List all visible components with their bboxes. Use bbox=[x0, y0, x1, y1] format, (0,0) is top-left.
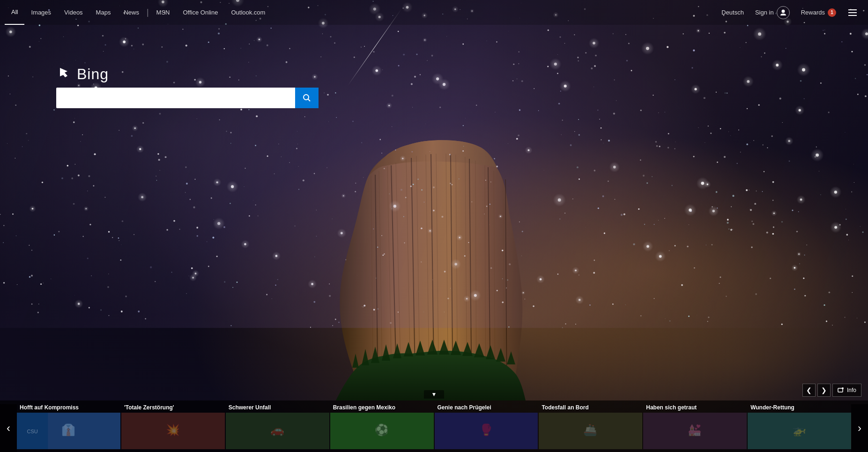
nav-images[interactable]: Images bbox=[24, 0, 58, 25]
rewards-badge: 1 bbox=[828, 8, 836, 17]
news-item[interactable]: Brasilien gegen Mexiko⚽ bbox=[330, 404, 434, 452]
bing-logo-icon bbox=[56, 66, 73, 83]
news-item[interactable]: 'Totale Zerstörung'💥 bbox=[121, 404, 225, 452]
news-item-title: Schwerer Unfall bbox=[226, 404, 329, 413]
news-item-image: 💒 bbox=[643, 413, 747, 449]
bing-logo: Bing bbox=[56, 66, 109, 83]
svg-text:⚽: ⚽ bbox=[375, 423, 389, 437]
nav-office[interactable]: Office Online bbox=[177, 0, 225, 25]
news-item-title: 'Totale Zerstörung' bbox=[121, 404, 225, 413]
news-strip: ‹ Hofft auf Kompromiss👔CSU'Totale Zerstö… bbox=[0, 400, 868, 452]
svg-point-45 bbox=[842, 387, 844, 389]
news-item-image: 🚁 bbox=[748, 413, 851, 449]
svg-line-43 bbox=[308, 99, 311, 102]
nav-links: All Images Videos Maps News | MSN Office… bbox=[5, 0, 272, 25]
news-item-image: 🥊 bbox=[435, 413, 538, 449]
news-item-image: ⚽ bbox=[330, 413, 434, 449]
nav-msn[interactable]: MSN bbox=[150, 0, 177, 25]
search-button[interactable] bbox=[295, 88, 319, 108]
svg-text:💥: 💥 bbox=[166, 423, 180, 437]
nav-videos[interactable]: Videos bbox=[58, 0, 89, 25]
svg-text:🚢: 🚢 bbox=[584, 423, 598, 437]
nav-all[interactable]: All bbox=[5, 0, 24, 25]
bottom-panel: ▼ ❮ ❯ Info ‹ Hofft auf Komprom bbox=[0, 388, 868, 452]
nav-news[interactable]: News bbox=[117, 0, 146, 25]
info-controls: ❮ ❯ Info bbox=[802, 384, 861, 397]
news-item-title: Genie nach Prügelei bbox=[435, 404, 538, 413]
svg-point-38 bbox=[781, 9, 785, 13]
sign-in-icon bbox=[777, 6, 790, 19]
hamburger-button[interactable] bbox=[843, 0, 862, 25]
svg-text:💒: 💒 bbox=[688, 423, 702, 437]
news-item[interactable]: Todesfall an Bord🚢 bbox=[539, 404, 642, 452]
news-item[interactable]: Schwerer Unfall🚗 bbox=[226, 404, 329, 452]
news-item-title: Wunder-Rettung bbox=[748, 404, 851, 413]
svg-text:🚗: 🚗 bbox=[270, 423, 284, 437]
svg-rect-41 bbox=[848, 15, 857, 16]
news-item[interactable]: Haben sich getraut💒 bbox=[643, 404, 747, 452]
news-item-title: Haben sich getraut bbox=[643, 404, 747, 413]
collapse-button[interactable]: ▼ bbox=[424, 390, 445, 399]
rewards-button[interactable]: Rewards 1 bbox=[796, 0, 841, 25]
nav-right: Deutsch Sign in Rewards 1 bbox=[717, 0, 868, 25]
language-selector[interactable]: Deutsch bbox=[717, 0, 749, 25]
devils-tower bbox=[270, 101, 598, 405]
svg-text:🥊: 🥊 bbox=[479, 423, 493, 437]
news-prev-button[interactable]: ‹ bbox=[0, 404, 17, 452]
news-item[interactable]: Hofft auf Kompromiss👔CSU bbox=[17, 404, 120, 452]
svg-rect-39 bbox=[848, 9, 857, 10]
news-item[interactable]: Genie nach Prügelei🥊 bbox=[435, 404, 538, 452]
prev-slide-button[interactable]: ❮ bbox=[802, 384, 816, 397]
nav-maps[interactable]: Maps bbox=[89, 0, 118, 25]
svg-point-42 bbox=[304, 95, 309, 100]
svg-text:🚁: 🚁 bbox=[793, 423, 807, 437]
search-bar bbox=[56, 88, 319, 108]
news-item[interactable]: Wunder-Rettung🚁 bbox=[748, 404, 851, 452]
news-item-image: 🚢 bbox=[539, 413, 642, 449]
news-item-image: 👔CSU bbox=[17, 413, 120, 449]
news-next-button[interactable]: › bbox=[851, 404, 868, 452]
nav-divider: | bbox=[146, 7, 150, 17]
news-item-title: Todesfall an Bord bbox=[539, 404, 642, 413]
collapse-section: ▼ bbox=[0, 388, 868, 400]
news-item-title: Hofft auf Kompromiss bbox=[17, 404, 120, 413]
next-slide-button[interactable]: ❯ bbox=[817, 384, 831, 397]
nav-outlook[interactable]: Outlook.com bbox=[224, 0, 272, 25]
center-content: Bing bbox=[0, 66, 868, 108]
svg-rect-40 bbox=[848, 12, 857, 13]
bing-logo-text: Bing bbox=[77, 66, 109, 83]
svg-text:CSU: CSU bbox=[27, 429, 38, 434]
sign-in-button[interactable]: Sign in bbox=[750, 0, 794, 25]
navbar: All Images Videos Maps News | MSN Office… bbox=[0, 0, 868, 25]
news-items: Hofft auf Kompromiss👔CSU'Totale Zerstöru… bbox=[17, 404, 851, 452]
info-button[interactable]: Info bbox=[832, 384, 861, 397]
news-item-image: 💥 bbox=[121, 413, 225, 449]
news-item-image: 🚗 bbox=[226, 413, 329, 449]
svg-text:👔: 👔 bbox=[61, 423, 75, 437]
search-input[interactable] bbox=[56, 88, 295, 108]
news-item-title: Brasilien gegen Mexiko bbox=[330, 404, 434, 413]
